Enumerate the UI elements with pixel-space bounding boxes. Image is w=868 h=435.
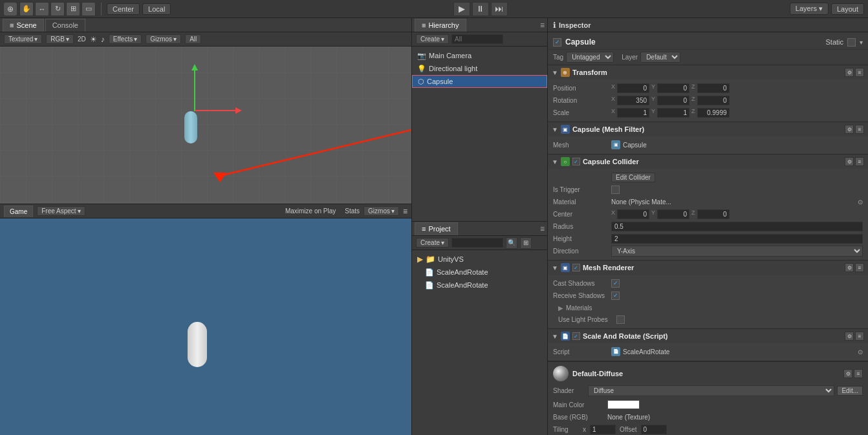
hierarchy-item-capsule[interactable]: ⬡ Capsule (412, 75, 547, 88)
play-button[interactable]: ▶ (453, 2, 470, 16)
hierarchy-item-main-camera[interactable]: 📷 Main Camera (412, 49, 547, 62)
script-fields: Script 📄 ScaleAndRotate ⊙ (548, 343, 868, 361)
project-options-icon[interactable]: ⊞ (520, 237, 532, 249)
pos-x-input[interactable] (617, 83, 649, 93)
mesh-filter-more-btn[interactable]: ≡ (855, 125, 864, 134)
hierarchy-item-directional-light[interactable]: 💡 Directional light (412, 62, 547, 75)
materials-row[interactable]: ▶ Materials (553, 302, 863, 313)
rot-z-input[interactable] (697, 96, 730, 105)
step-button[interactable]: ⏭ (491, 2, 508, 16)
local-button[interactable]: Local (142, 3, 171, 15)
pos-y-input[interactable] (657, 83, 689, 93)
project-search-icon[interactable]: 🔍 (506, 237, 517, 249)
pause-button[interactable]: ⏸ (472, 2, 489, 16)
mesh-renderer-more-btn[interactable]: ≡ (855, 263, 864, 272)
mesh-filter-menu-btn[interactable]: ⚙ (845, 125, 854, 134)
scale-tool[interactable]: ⊞ (66, 2, 80, 16)
height-label: Height (553, 235, 611, 242)
script-menu-btn[interactable]: ⚙ (845, 332, 854, 341)
static-checkbox[interactable] (847, 38, 856, 47)
tab-console[interactable]: Console (45, 19, 85, 32)
radius-input[interactable] (611, 222, 863, 231)
tab-game[interactable]: Game (4, 206, 33, 217)
center-button[interactable]: Center (107, 3, 140, 15)
project-create-btn[interactable]: Create ▾ (416, 238, 449, 248)
cast-shadows-checkbox[interactable]: ✓ (611, 279, 620, 288)
offset-x-input[interactable] (641, 425, 667, 434)
game-gizmos-btn[interactable]: Gizmos ▾ (363, 206, 399, 216)
audio-icon[interactable]: ♪ (101, 35, 105, 44)
shader-dropdown[interactable]: Diffuse (588, 385, 834, 396)
render-mode-btn[interactable]: Textured ▾ (4, 34, 42, 44)
transform-header[interactable]: ▼ ⊕ Transform ⚙ ≡ (548, 65, 868, 80)
project-item-scaleandrotate-1[interactable]: 📄 ScaleAndRotate (412, 266, 547, 279)
hand-tool[interactable]: ✋ (19, 2, 34, 16)
layers-button[interactable]: Layers ▾ (790, 3, 829, 15)
capsule-collider-checkbox[interactable]: ✓ (572, 158, 580, 165)
capsule-collider-more-btn[interactable]: ≡ (855, 157, 864, 166)
project-item-unityvs[interactable]: ▶ 📁 UnityVS (412, 253, 547, 266)
script-checkbox[interactable]: ✓ (572, 332, 580, 340)
tab-scene[interactable]: ≡ Scene (3, 19, 44, 32)
mesh-renderer-header[interactable]: ▼ ▣ ✓ Mesh Renderer ⚙ ≡ (548, 260, 868, 275)
aspect-btn[interactable]: Free Aspect ▾ (37, 206, 85, 216)
hierarchy-options[interactable]: ≡ (540, 21, 545, 30)
pos-z-input[interactable] (697, 83, 730, 93)
edit-collider-btn[interactable]: Edit Collider (611, 173, 655, 182)
capsule-collider-menu-btn[interactable]: ⚙ (845, 157, 854, 166)
transform-more-btn[interactable]: ≡ (855, 68, 864, 77)
project-item-scaleandrotate-2[interactable]: 📄 ScaleAndRotate (412, 279, 547, 292)
scale-x-input[interactable] (617, 108, 649, 118)
shader-edit-btn[interactable]: Edit... (837, 386, 863, 396)
color-mode-btn[interactable]: RGB ▾ (46, 34, 74, 44)
center-z-input[interactable] (697, 209, 730, 219)
rot-y-input[interactable] (657, 96, 689, 105)
tag-dropdown[interactable]: Untagged (566, 52, 614, 63)
all-btn[interactable]: All (185, 34, 201, 44)
scale-y-input[interactable] (657, 108, 689, 118)
mat-menu-btn[interactable]: ⚙ (843, 369, 852, 378)
mesh-renderer-checkbox[interactable]: ✓ (572, 264, 580, 271)
transform-menu-btn[interactable]: ⚙ (845, 68, 854, 77)
tiling-x-input[interactable] (590, 425, 616, 434)
is-trigger-checkbox[interactable] (611, 186, 620, 194)
receive-shadows-checkbox[interactable]: ✓ (611, 292, 620, 300)
rect-tool[interactable]: ▭ (81, 2, 96, 16)
scale-z-input[interactable] (697, 108, 730, 118)
script-options-icon[interactable]: ⊙ (858, 348, 863, 355)
script-header[interactable]: ▼ 📄 ✓ Scale And Rotate (Script) ⚙ ≡ (548, 329, 868, 343)
center-y-input[interactable] (657, 209, 689, 219)
light-probes-checkbox[interactable] (616, 315, 625, 324)
main-color-swatch[interactable] (607, 400, 640, 409)
object-enabled-checkbox[interactable]: ✓ (553, 38, 561, 47)
static-arrow[interactable]: ▾ (860, 39, 863, 46)
material-options-icon[interactable]: ⊙ (858, 198, 863, 206)
tab-hierarchy[interactable]: ≡ Hierarchy (415, 19, 466, 32)
project-options[interactable]: ≡ (540, 224, 545, 233)
capsule-collider-header[interactable]: ▼ ○ ✓ Capsule Collider ⚙ ≡ (548, 154, 868, 169)
move-tool[interactable]: ↔ (35, 2, 49, 16)
mesh-renderer-menu-btn[interactable]: ⚙ (845, 263, 854, 272)
layer-dropdown[interactable]: Default (640, 52, 680, 63)
height-input[interactable] (611, 234, 863, 244)
hierarchy-search[interactable] (451, 34, 503, 44)
mesh-filter-header[interactable]: ▼ ▣ Capsule (Mesh Filter) ⚙ ≡ (548, 122, 868, 136)
stats-label[interactable]: Stats (345, 207, 360, 215)
lighting-icon[interactable]: ☀ (90, 35, 97, 44)
tab-project[interactable]: ≡ Project (415, 222, 458, 235)
effects-btn[interactable]: Effects ▾ (109, 34, 142, 44)
rotate-tool[interactable]: ↻ (50, 2, 65, 16)
mat-more-btn[interactable]: ≡ (854, 369, 863, 378)
center-x-input[interactable] (617, 209, 649, 219)
script-more-btn[interactable]: ≡ (855, 332, 864, 341)
maximize-label[interactable]: Maximize on Play (285, 207, 336, 215)
direction-dropdown[interactable]: Y-Axis (611, 246, 863, 257)
mode-2d[interactable]: 2D (78, 36, 86, 43)
layout-button[interactable]: Layout (831, 3, 864, 15)
project-search[interactable] (451, 238, 503, 248)
game-options-icon[interactable]: ≡ (403, 207, 407, 216)
hierarchy-create-btn[interactable]: Create ▾ (416, 34, 449, 44)
gizmos-btn[interactable]: Gizmos ▾ (146, 34, 181, 44)
rot-x-input[interactable] (617, 96, 649, 105)
light-icon: 💡 (417, 65, 426, 73)
